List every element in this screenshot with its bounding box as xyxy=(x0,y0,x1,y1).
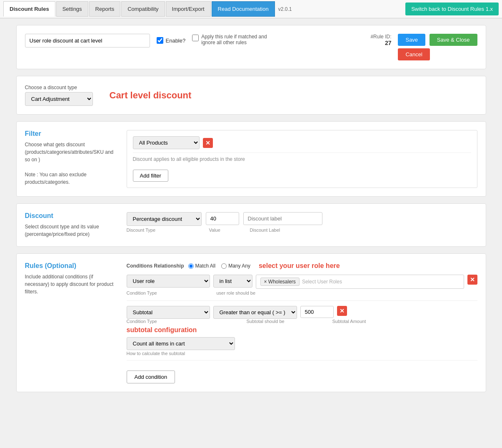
discount-card: Discount Select discount type and its va… xyxy=(16,203,486,247)
rule-id-value: 27 xyxy=(370,40,391,46)
tab-reports[interactable]: Reports xyxy=(89,1,121,17)
subtotal-calc-row: Count all items in cart Count unique ite… xyxy=(127,337,477,356)
save-close-button[interactable]: Save & Close xyxy=(430,34,477,46)
many-any-radio[interactable]: Many Any xyxy=(221,263,250,269)
version-badge: v2.0.1 xyxy=(278,6,292,12)
rule-name-input[interactable] xyxy=(25,34,150,48)
select-role-hint: select your user role here xyxy=(259,262,340,270)
cond2-op-select[interactable]: Greater than or equal ( >= ) Less than E… xyxy=(213,306,297,319)
cond1-type-label: Condition Type xyxy=(127,290,213,295)
apply-rule-checkbox[interactable] xyxy=(192,35,199,41)
tab-discount-rules[interactable]: Discount Rules xyxy=(3,1,55,17)
tab-settings[interactable]: Settings xyxy=(56,1,88,17)
top-navigation: Discount Rules Settings Reports Compatib… xyxy=(0,0,502,18)
rule-id-label: #Rule ID: xyxy=(370,34,391,40)
tag-label: × Wholesalers xyxy=(264,279,296,285)
rules-section-left: Rules (Optional) Include additional cond… xyxy=(25,262,117,383)
cancel-button[interactable]: Cancel xyxy=(398,48,430,60)
add-filter-button[interactable]: Add filter xyxy=(133,170,168,182)
tab-read-documentation[interactable]: Read Documentation xyxy=(212,1,275,17)
cond1-op-select[interactable]: in list not in list xyxy=(213,275,252,288)
choose-discount-type-label: Choose a discount type xyxy=(25,85,93,90)
cond1-remove-button[interactable]: ✕ xyxy=(467,275,477,285)
filter-box: All Products Specific Products Categorie… xyxy=(127,130,477,188)
discount-percentage-select[interactable]: Percentage discount Fixed discount Price… xyxy=(127,212,202,226)
discount-section-right: Percentage discount Fixed discount Price… xyxy=(127,212,477,238)
filter-desc: Choose what gets discount (products/cate… xyxy=(25,141,117,186)
discount-type-card: Choose a discount type Cart Adjustment P… xyxy=(16,76,486,115)
match-all-radio[interactable]: Match All xyxy=(188,263,216,269)
cond2-amount-input[interactable] xyxy=(300,306,334,318)
cond2-calc-label: How to calculate the subtotal xyxy=(127,351,477,356)
action-buttons: Save Save & Close Cancel xyxy=(398,34,477,60)
rules-desc: Include additional conditions (if necess… xyxy=(25,273,117,295)
subtotal-config-hint: subtotal configuration xyxy=(127,326,197,333)
cond2-calc-select[interactable]: Count all items in cart Count unique ite… xyxy=(127,337,235,350)
rule-header-card: Enable? Apply this rule if matched and i… xyxy=(16,25,486,69)
wholesalers-tag: × Wholesalers xyxy=(260,278,300,286)
cond2-type-label: Condition Type xyxy=(127,319,243,324)
filter-section-title: Filter xyxy=(25,130,117,138)
cond1-value-label: user role should be xyxy=(217,290,256,295)
role-placeholder: Select User Roles xyxy=(302,279,342,285)
apply-rule-label: Apply this rule if matched and ignore al… xyxy=(201,34,276,45)
cond1-labels: Condition Type user role should be xyxy=(127,290,477,295)
cond2-type-select[interactable]: Subtotal User role Cart quantity Product… xyxy=(127,306,210,319)
filter-section-left: Filter Choose what gets discount (produc… xyxy=(25,130,117,188)
filter-section-right: All Products Specific Products Categorie… xyxy=(127,130,477,188)
cond2-labels: Condition Type Subtotal should be Subtot… xyxy=(127,319,477,324)
discount-section-left: Discount Select discount type and its va… xyxy=(25,212,117,238)
filter-card: Filter Choose what gets discount (produc… xyxy=(16,121,486,197)
rule-id-col: #Rule ID: 27 xyxy=(370,34,391,46)
tab-compatibility[interactable]: Compatibility xyxy=(121,1,165,17)
cond-rel-label: Conditions Relationship xyxy=(127,263,184,269)
main-content: Enable? Apply this rule if matched and i… xyxy=(10,18,493,405)
add-condition-button[interactable]: Add condition xyxy=(127,370,175,383)
cond2-remove-button[interactable]: ✕ xyxy=(337,306,347,316)
switch-back-button[interactable]: Switch back to Discount Rules 1.x xyxy=(405,3,499,15)
subtotal-row: Subtotal User role Cart quantity Product… xyxy=(127,306,477,356)
cond1-type-select[interactable]: User role Subtotal Cart quantity Product… xyxy=(127,275,210,288)
discount-value-input[interactable] xyxy=(206,212,239,225)
discount-desc: Select discount type and its value (perc… xyxy=(25,223,117,238)
cond2-should-be-label: Subtotal should be xyxy=(247,319,329,324)
save-button[interactable]: Save xyxy=(398,34,425,46)
filter-remove-button[interactable]: ✕ xyxy=(203,138,213,148)
tab-import-export[interactable]: Import/Export xyxy=(166,1,211,17)
cart-level-title: Cart level discount xyxy=(110,90,192,101)
discount-value-field-label: Value xyxy=(209,228,246,233)
apply-rule-row: Apply this rule if matched and ignore al… xyxy=(192,34,276,45)
enable-label: Enable? xyxy=(166,38,186,44)
cond1-value-field[interactable]: × Wholesalers Select User Roles xyxy=(256,275,464,289)
radio-group: Match All Many Any xyxy=(188,263,250,269)
discount-section-title: Discount xyxy=(25,212,117,220)
enable-checkbox[interactable] xyxy=(157,37,163,44)
discount-label-input[interactable] xyxy=(243,212,322,225)
discount-type-field-label: Discount Type xyxy=(127,228,205,233)
rules-section-title: Rules (Optional) xyxy=(25,262,117,270)
enable-row: Enable? xyxy=(157,37,186,44)
filter-hint: Discount applies to all eligible product… xyxy=(133,153,471,165)
filter-type-select[interactable]: All Products Specific Products Categorie… xyxy=(133,136,200,149)
rules-section-right: Conditions Relationship Match All Many A… xyxy=(127,262,477,383)
discount-label-field-label: Discount Label xyxy=(250,228,280,233)
rules-card: Rules (Optional) Include additional cond… xyxy=(16,253,486,392)
condition-row-1: User role Subtotal Cart quantity Product… xyxy=(127,275,477,289)
discount-type-select[interactable]: Cart Adjustment Percentage Discount Fixe… xyxy=(25,92,93,106)
cond2-amount-label: Subtotal Amount xyxy=(332,319,366,324)
